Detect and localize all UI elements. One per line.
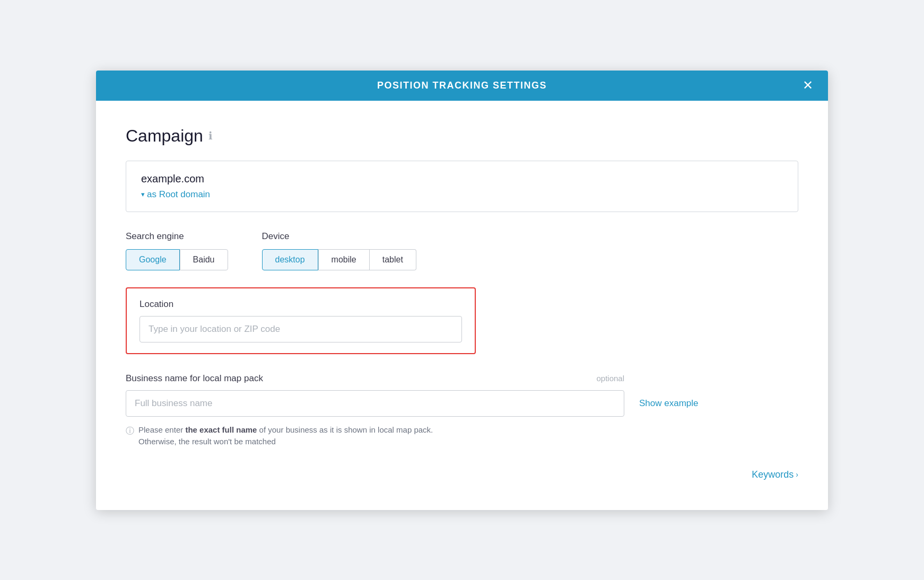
hint-text: Please enter the exact full name of your… xyxy=(138,424,433,448)
search-engine-google-button[interactable]: Google xyxy=(126,249,180,270)
device-desktop-button[interactable]: desktop xyxy=(262,249,318,270)
chevron-down-icon: ▾ xyxy=(141,190,145,198)
business-input-row: Show example xyxy=(126,390,798,417)
search-engine-group: Search engine Google Baidu xyxy=(126,231,228,270)
business-name-label: Business name for local map pack xyxy=(126,373,263,384)
search-engine-label: Search engine xyxy=(126,231,228,242)
hint-row: ⓘ Please enter the exact full name of yo… xyxy=(126,424,798,448)
campaign-section-title: Campaign ℹ xyxy=(126,126,798,146)
show-example-link[interactable]: Show example xyxy=(639,398,699,409)
domain-type-selector[interactable]: ▾ as Root domain xyxy=(141,189,783,200)
domain-value: example.com xyxy=(141,173,783,185)
device-group: Device desktop mobile tablet xyxy=(262,231,416,270)
keywords-label: Keywords xyxy=(752,469,794,480)
location-input[interactable] xyxy=(140,316,462,342)
domain-type-label: as Root domain xyxy=(147,189,210,200)
device-tablet-button[interactable]: tablet xyxy=(370,249,416,270)
business-name-input[interactable] xyxy=(126,390,624,417)
device-buttons: desktop mobile tablet xyxy=(262,249,416,270)
chevron-right-icon: › xyxy=(796,470,798,479)
search-engine-buttons: Google Baidu xyxy=(126,249,228,270)
location-section: Location xyxy=(126,287,476,354)
modal-header: POSITION TRACKING SETTINGS ✕ xyxy=(96,71,828,101)
domain-box: example.com ▾ as Root domain xyxy=(126,161,798,212)
business-name-section: Business name for local map pack optiona… xyxy=(126,373,798,448)
options-row: Search engine Google Baidu Device deskto… xyxy=(126,231,798,270)
modal-container: POSITION TRACKING SETTINGS ✕ Campaign ℹ … xyxy=(96,71,828,510)
location-label: Location xyxy=(140,299,462,310)
device-label: Device xyxy=(262,231,416,242)
modal-title: POSITION TRACKING SETTINGS xyxy=(377,80,547,91)
hint-icon: ⓘ xyxy=(126,425,134,437)
optional-badge: optional xyxy=(596,374,624,383)
keywords-link[interactable]: Keywords › xyxy=(752,469,798,480)
campaign-label: Campaign xyxy=(126,126,203,146)
info-icon[interactable]: ℹ xyxy=(208,129,213,142)
close-button[interactable]: ✕ xyxy=(803,79,813,92)
footer-row: Keywords › xyxy=(126,469,798,480)
device-mobile-button[interactable]: mobile xyxy=(318,249,370,270)
business-label-row: Business name for local map pack optiona… xyxy=(126,373,624,384)
search-engine-baidu-button[interactable]: Baidu xyxy=(180,249,228,270)
modal-body: Campaign ℹ example.com ▾ as Root domain … xyxy=(96,101,828,510)
